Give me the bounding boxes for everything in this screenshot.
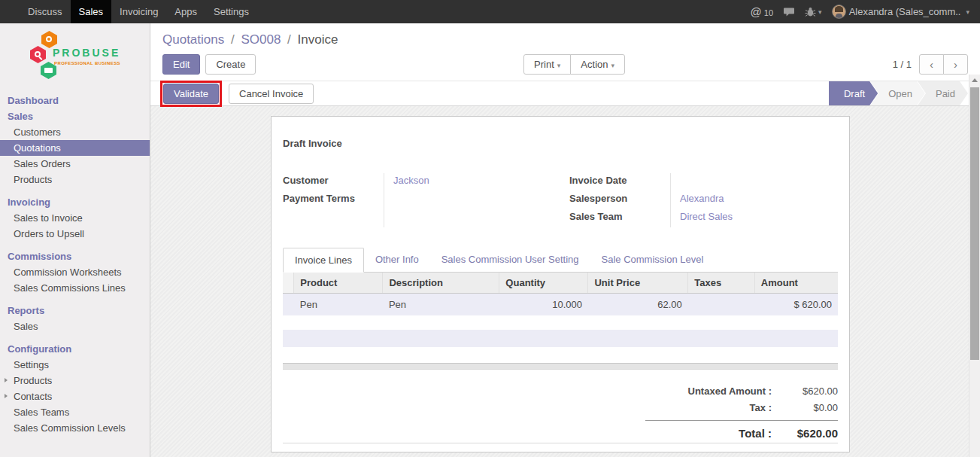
brand-tagline: PROFESSIONAL BUSINESS (54, 61, 120, 66)
sidebar-section-commissions[interactable]: Commissions (0, 248, 150, 264)
sales-team-value-link[interactable]: Direct Sales (680, 209, 838, 227)
breadcrumb-so008-link[interactable]: SO008 (241, 32, 281, 47)
col-product[interactable]: Product (294, 273, 383, 294)
row-handle-column (283, 273, 294, 294)
empty-line-strip[interactable] (283, 330, 838, 347)
invoice-date-label: Invoice Date (569, 173, 670, 191)
sidebar-item-label: Contacts (14, 391, 52, 402)
chevron-down-icon: ▾ (966, 8, 969, 16)
sidebar-item-config-products[interactable]: Products (0, 373, 150, 388)
sidebar-section-sales[interactable]: Sales (0, 108, 150, 124)
breadcrumb-quotations-link[interactable]: Quotations (162, 32, 224, 47)
tab-sale-commission-level[interactable]: Sale Commission Level (590, 248, 715, 273)
total-value: $620.00 (772, 427, 838, 440)
breadcrumb: Quotations / SO008 / Invoice (150, 23, 980, 47)
invoice-date-value[interactable] (680, 173, 838, 191)
cell-taxes[interactable] (688, 294, 755, 316)
status-paid[interactable]: Paid (918, 81, 968, 105)
action-dropdown-button[interactable]: Action▾ (570, 54, 625, 75)
validate-button[interactable]: Validate (163, 84, 219, 104)
col-amount[interactable]: Amount (754, 273, 838, 294)
totals-block: Untaxed Amount : $620.00 Tax : $0.00 Tot… (283, 385, 838, 445)
tab-other-info[interactable]: Other Info (364, 248, 430, 273)
invoice-state-title: Draft Invoice (283, 138, 838, 149)
topmenu-invoicing[interactable]: Invoicing (111, 0, 166, 23)
col-unit-price[interactable]: Unit Price (588, 273, 688, 294)
avatar (832, 5, 846, 19)
row-handle[interactable] (283, 294, 294, 316)
pager-next-button[interactable]: › (943, 54, 968, 75)
col-quantity[interactable]: Quantity (499, 273, 588, 294)
sidebar-section-configuration[interactable]: Configuration (0, 341, 150, 357)
breadcrumb-separator: / (228, 32, 238, 47)
create-button[interactable]: Create (205, 54, 256, 75)
sidebar-item-products[interactable]: Products (0, 172, 150, 187)
sidebar-section-invoicing[interactable]: Invoicing (0, 194, 150, 210)
cell-product[interactable]: Pen (294, 294, 383, 316)
sidebar-item-label: Products (14, 375, 52, 386)
topmenu-discuss[interactable]: Discuss (20, 0, 71, 23)
cell-quantity[interactable]: 10.000 (499, 294, 588, 316)
table-horizontal-scrollbar[interactable] (283, 363, 838, 370)
user-menu[interactable]: Alexandra (Sales_comm.. ▾ (832, 5, 969, 19)
print-dropdown-button[interactable]: Print▾ (523, 54, 571, 75)
topmenu-apps[interactable]: Apps (166, 0, 205, 23)
mentions-counter[interactable]: @ 10 (751, 5, 773, 18)
table-row[interactable]: Pen Pen 10.000 62.00 $ 620.00 (283, 294, 838, 316)
topmenu-sales[interactable]: Sales (71, 0, 112, 23)
status-open[interactable]: Open (870, 81, 925, 105)
payment-terms-label: Payment Terms (283, 191, 384, 209)
vertical-scrollbar[interactable] (969, 75, 980, 457)
chat-bubble-icon[interactable] (783, 6, 795, 17)
tax-label: Tax : (750, 402, 772, 413)
probuse-logo[interactable]: PROBUSE PROFESSIONAL BUSINESS (0, 23, 150, 90)
customer-value-link[interactable]: Jackson (393, 173, 560, 191)
status-pipeline: Draft Open Paid (829, 81, 968, 105)
cell-description[interactable]: Pen (383, 294, 499, 316)
cell-unit-price[interactable]: 62.00 (588, 294, 688, 316)
sidebar-section-reports[interactable]: Reports (0, 303, 150, 318)
cell-amount[interactable]: $ 620.00 (754, 294, 838, 316)
sidebar-item-settings[interactable]: Settings (0, 357, 150, 373)
notebook-tabs: Invoice Lines Other Info Sales Commissio… (283, 248, 838, 273)
pager-counter: 1 / 1 (893, 59, 912, 70)
field-group-left: Customer Payment Terms Jackson (283, 173, 560, 227)
form-scroll-area: Draft Invoice Customer Payment Terms Jac… (150, 106, 980, 457)
topmenu-settings[interactable]: Settings (205, 0, 257, 23)
salesperson-value-link[interactable]: Alexandra (680, 191, 838, 209)
totals-divider (645, 420, 838, 421)
untaxed-amount-value: $620.00 (772, 385, 838, 397)
sidebar-item-sales-to-invoice[interactable]: Sales to Invoice (0, 210, 150, 226)
table-header-row: Product Description Quantity Unit Price … (283, 273, 838, 294)
sidebar-item-quotations[interactable]: Quotations (0, 140, 150, 156)
pager-previous-button[interactable]: ‹ (919, 54, 944, 75)
sidebar-item-customers[interactable]: Customers (0, 124, 150, 140)
cancel-invoice-button[interactable]: Cancel Invoice (229, 84, 314, 104)
tab-invoice-lines[interactable]: Invoice Lines (283, 248, 364, 273)
scroll-up-button[interactable] (969, 75, 980, 86)
annotation-highlight-box: Validate (160, 81, 222, 107)
topbar-right-tools: @ 10 ▾ Alexandra (Sales_comm.. ▾ (751, 5, 969, 19)
sidebar-item-orders-to-upsell[interactable]: Orders to Upsell (0, 226, 150, 242)
edit-button[interactable]: Edit (162, 54, 200, 75)
sales-team-label: Sales Team (569, 209, 670, 227)
status-draft[interactable]: Draft (829, 81, 878, 105)
chevron-down-icon: ▾ (557, 62, 561, 69)
sidebar-item-sales-commission-levels[interactable]: Sales Commission Levels (0, 420, 150, 436)
sidebar-item-reports-sales[interactable]: Sales (0, 318, 150, 334)
scrollbar-thumb[interactable] (970, 87, 979, 360)
tab-sales-commission-user-setting[interactable]: Sales Commission User Setting (430, 248, 590, 273)
sidebar-item-config-contacts[interactable]: Contacts (0, 388, 150, 404)
sidebar-item-sales-orders[interactable]: Sales Orders (0, 156, 150, 172)
sidebar-item-sales-teams[interactable]: Sales Teams (0, 404, 150, 420)
breadcrumb-current: Invoice (298, 32, 338, 47)
sidebar-section-dashboard[interactable]: Dashboard (0, 93, 150, 108)
sidebar-item-sales-commissions-lines[interactable]: Sales Commissions Lines (0, 280, 150, 296)
debug-menu[interactable]: ▾ (805, 7, 822, 17)
col-description[interactable]: Description (383, 273, 499, 294)
untaxed-amount-label: Untaxed Amount : (688, 385, 772, 397)
payment-terms-value[interactable] (393, 191, 560, 209)
sheet-footer-divider (283, 443, 838, 443)
sidebar-item-commission-worksheets[interactable]: Commission Worksheets (0, 264, 150, 280)
col-taxes[interactable]: Taxes (688, 273, 755, 294)
